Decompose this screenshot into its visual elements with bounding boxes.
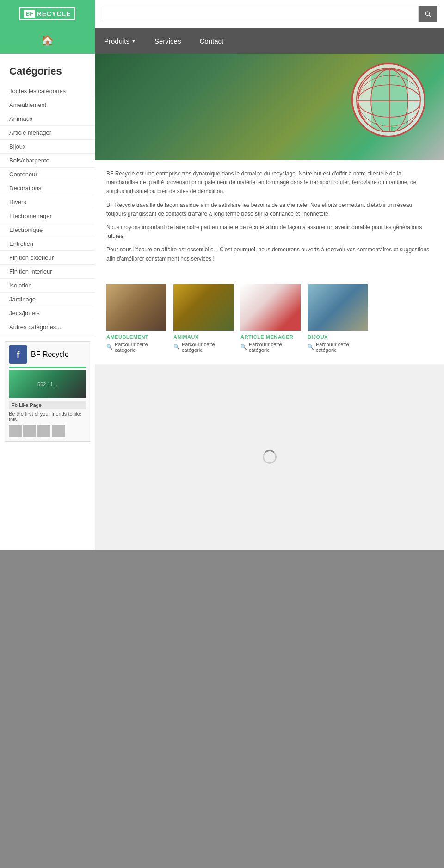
main-nav: 🏠 Produits ▼ Services Contact: [0, 28, 444, 54]
sidebar-item-isolation[interactable]: Isolation: [0, 279, 95, 293]
logo-area: BF RECYCLE: [0, 0, 95, 28]
nav-link-services[interactable]: Services: [145, 28, 191, 54]
about-para-2: BF Recycle travaille de façon assidue af…: [106, 201, 432, 219]
about-para-1: BF Recycle est une entreprise très dynam…: [106, 169, 432, 196]
search-icon: [424, 10, 432, 18]
sidebar-item-entretien[interactable]: Entretien: [0, 237, 95, 251]
category-link-ameublement[interactable]: 🔍 Parcourir cette catégorie: [106, 342, 166, 353]
sidebar-item-bijoux[interactable]: Bijoux: [0, 140, 95, 154]
category-name-animaux: ANIMAUX: [173, 334, 234, 340]
sidebar-item-electromenager[interactable]: Electromenager: [0, 209, 95, 223]
fb-friends: [9, 425, 86, 437]
produits-arrow-icon: ▼: [131, 38, 136, 44]
sidebar-item-jardinage[interactable]: Jardinage: [0, 293, 95, 306]
category-card-article-menager: ARTICLE MENAGER 🔍 Parcourir cette catégo…: [240, 284, 301, 353]
category-img-bijoux: [308, 284, 368, 331]
fb-page-name: BF Recycle: [31, 350, 69, 359]
sidebar-item-electronique[interactable]: Electronique: [0, 223, 95, 237]
fb-green-bar: [9, 367, 86, 368]
main-content: E BF Recycle est une entreprise très dyn…: [95, 54, 444, 550]
category-name-bijoux: BIJOUX: [308, 334, 368, 340]
category-name-article-menager: ARTICLE MENAGER: [240, 334, 301, 340]
sidebar-item-animaux[interactable]: Animaux: [0, 112, 95, 126]
fb-cover-image: 562 11...: [9, 370, 86, 398]
loading-spinner: [263, 450, 277, 464]
globe-svg: E: [357, 69, 421, 132]
loading-area: [95, 364, 444, 550]
facebook-widget: f BF Recycle 562 11... Fb Like Page Be t…: [5, 341, 90, 442]
home-icon: 🏠: [41, 35, 54, 47]
sidebar-item-all[interactable]: Toutes les catégories: [0, 84, 95, 98]
fb-be-first-text: Be the first of your friends to like thi…: [9, 411, 86, 422]
sidebar: Catégories Toutes les catégories Ameuble…: [0, 54, 95, 550]
header: BF RECYCLE: [0, 0, 444, 28]
fb-header: f BF Recycle: [9, 345, 86, 364]
logo-bf: BF: [24, 10, 35, 18]
search-area: [95, 0, 444, 28]
sidebar-title: Catégories: [0, 61, 95, 84]
fb-logo: f: [9, 345, 27, 364]
nav-home-button[interactable]: 🏠: [0, 28, 95, 54]
sidebar-item-bois[interactable]: Bois/charpente: [0, 154, 95, 168]
logo-box: BF RECYCLE: [19, 7, 76, 20]
hero-globe: E: [352, 63, 426, 137]
magnifier-icon-animaux: 🔍: [173, 344, 180, 350]
magnifier-icon-article-menager: 🔍: [240, 344, 247, 350]
sidebar-item-conteneur[interactable]: Conteneur: [0, 168, 95, 181]
fb-f-icon: f: [17, 350, 20, 360]
category-img-animaux: [173, 284, 234, 331]
fb-like-banner[interactable]: Fb Like Page: [9, 401, 86, 409]
category-card-animaux: ANIMAUX 🔍 Parcourir cette catégorie: [173, 284, 234, 353]
sidebar-item-finition-int[interactable]: Finition interieur: [0, 265, 95, 279]
hero-banner: E: [95, 54, 444, 160]
magnifier-icon-bijoux: 🔍: [308, 344, 314, 350]
category-link-bijoux[interactable]: 🔍 Parcourir cette catégorie: [308, 342, 368, 353]
category-img-article-menager: [240, 284, 301, 331]
category-link-article-menager[interactable]: 🔍 Parcourir cette catégorie: [240, 342, 301, 353]
logo-name: RECYCLE: [37, 10, 71, 18]
sidebar-item-jeux[interactable]: Jeux/jouets: [0, 306, 95, 320]
fb-friend-4: [52, 425, 65, 437]
nav-links: Produits ▼ Services Contact: [95, 28, 233, 54]
sidebar-item-finition-ext[interactable]: Finition exterieur: [0, 251, 95, 265]
nav-link-contact[interactable]: Contact: [190, 28, 233, 54]
about-para-3: Nous croyons important de faire notre pa…: [106, 223, 432, 241]
magnifier-icon-ameublement: 🔍: [106, 344, 113, 350]
nav-link-produits[interactable]: Produits ▼: [95, 28, 145, 54]
category-name-ameublement: AMEUBLEMENT: [106, 334, 166, 340]
hero-globe-inner: E: [356, 68, 421, 132]
search-button[interactable]: [419, 6, 437, 22]
sidebar-item-ameublement[interactable]: Ameublement: [0, 98, 95, 112]
fb-friend-1: [9, 425, 22, 437]
category-card-ameublement: AMEUBLEMENT 🔍 Parcourir cette catégorie: [106, 284, 166, 353]
categories-grid: AMEUBLEMENT 🔍 Parcourir cette catégorie …: [95, 277, 444, 364]
about-para-4: Pour nous l'écoute en affaire est essent…: [106, 245, 432, 263]
about-section: BF Recycle est une entreprise très dynam…: [95, 160, 444, 277]
fb-friend-2: [23, 425, 36, 437]
search-input[interactable]: [102, 6, 419, 22]
fb-friend-3: [37, 425, 50, 437]
category-card-bijoux: BIJOUX 🔍 Parcourir cette catégorie: [308, 284, 368, 353]
category-link-animaux[interactable]: 🔍 Parcourir cette catégorie: [173, 342, 234, 353]
sidebar-item-divers[interactable]: Divers: [0, 195, 95, 209]
sidebar-item-autres[interactable]: Autres catégories...: [0, 320, 95, 334]
sidebar-item-article-menager[interactable]: Article menager: [0, 126, 95, 140]
main-layout: Catégories Toutes les catégories Ameuble…: [0, 54, 444, 550]
bottom-gray-area: [0, 550, 444, 850]
sidebar-item-decorations[interactable]: Decorations: [0, 181, 95, 195]
category-img-ameublement: [106, 284, 166, 331]
svg-text:E: E: [390, 122, 397, 132]
